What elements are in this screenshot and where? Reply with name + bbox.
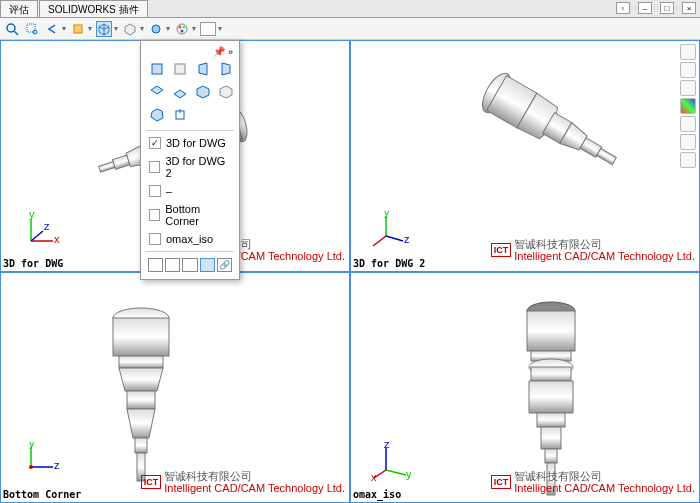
named-view-3d-for-dwg[interactable]: ✓3D for DWG bbox=[145, 134, 235, 152]
svg-marker-39 bbox=[119, 368, 163, 391]
chevron-down-icon[interactable]: ▾ bbox=[192, 24, 196, 33]
svg-point-9 bbox=[181, 29, 184, 32]
minimize-icon[interactable]: – bbox=[638, 2, 652, 14]
named-view-dash[interactable]: – bbox=[145, 182, 235, 200]
svg-line-22 bbox=[31, 231, 43, 241]
view-front-icon[interactable] bbox=[147, 59, 167, 79]
viewport-4[interactable]: zyx ICT智诚科技有限公司Intelligent CAD/CAM Techn… bbox=[350, 272, 700, 504]
sidebar-btn-6[interactable] bbox=[680, 134, 696, 150]
svg-line-34 bbox=[386, 236, 403, 241]
viewport-layout-2v[interactable] bbox=[182, 258, 197, 272]
checkbox-icon bbox=[149, 161, 160, 173]
svg-text:x: x bbox=[371, 471, 377, 482]
svg-text:y: y bbox=[29, 211, 35, 220]
sidebar-btn-1[interactable] bbox=[680, 44, 696, 60]
triad-icon: yxz bbox=[21, 211, 61, 251]
svg-line-61 bbox=[386, 470, 406, 475]
checkbox-icon bbox=[149, 185, 161, 197]
viewport-label: 3D for DWG bbox=[3, 258, 63, 269]
svg-rect-53 bbox=[531, 367, 571, 381]
section-view-icon[interactable] bbox=[70, 21, 86, 37]
close-icon[interactable]: × bbox=[682, 2, 696, 14]
sidebar-btn-7[interactable] bbox=[680, 152, 696, 168]
chevron-down-icon[interactable]: ▾ bbox=[88, 24, 92, 33]
zoom-fit-icon[interactable] bbox=[4, 21, 20, 37]
svg-marker-41 bbox=[127, 409, 155, 438]
view-right-icon[interactable] bbox=[216, 59, 236, 79]
view-toolbar: ▾ ▾ ▾ ▾ ▾ ▾ ▾ bbox=[0, 18, 700, 40]
view-iso-icon[interactable] bbox=[193, 82, 213, 102]
sidebar-btn-4[interactable] bbox=[680, 98, 696, 114]
chevron-down-icon[interactable]: ▾ bbox=[114, 24, 118, 33]
view-dimetric-icon[interactable] bbox=[216, 82, 236, 102]
part-model bbox=[451, 71, 631, 201]
svg-rect-38 bbox=[119, 356, 163, 368]
view-bottom-icon[interactable] bbox=[170, 82, 190, 102]
view-trimetric-icon[interactable] bbox=[147, 105, 167, 125]
apply-scene-icon[interactable] bbox=[200, 21, 216, 37]
expand-icon[interactable]: » bbox=[228, 47, 233, 57]
viewport-layout-4[interactable] bbox=[200, 258, 215, 272]
hide-show-icon[interactable] bbox=[148, 21, 164, 37]
checkbox-icon bbox=[149, 209, 160, 221]
viewport-label: Bottom Corner bbox=[3, 489, 81, 500]
svg-text:y: y bbox=[406, 468, 411, 480]
triad-icon: yz bbox=[371, 211, 411, 251]
sidebar-btn-2[interactable] bbox=[680, 62, 696, 78]
svg-line-33 bbox=[373, 236, 386, 246]
viewport-label: 3D for DWG 2 bbox=[353, 258, 425, 269]
named-view-omax-iso[interactable]: omax_iso bbox=[145, 230, 235, 248]
svg-point-8 bbox=[183, 25, 186, 28]
svg-rect-50 bbox=[527, 311, 575, 351]
view-normal-icon[interactable] bbox=[170, 105, 190, 125]
view-orientation-dropdown: 📌 » ✓3D for DWG 3D for DWG 2 – Bottom Co… bbox=[140, 40, 240, 280]
watermark-logo: ICT智诚科技有限公司Intelligent CAD/CAM Technolog… bbox=[491, 470, 695, 494]
svg-text:z: z bbox=[384, 442, 390, 450]
svg-rect-57 bbox=[545, 449, 557, 463]
chevron-down-icon[interactable]: ▾ bbox=[218, 24, 222, 33]
chevron-down-icon[interactable]: ▾ bbox=[140, 24, 144, 33]
svg-line-1 bbox=[14, 31, 18, 35]
viewport-2[interactable]: yz ICT智诚科技有限公司Intelligent CAD/CAM Techno… bbox=[350, 40, 700, 272]
named-view-3d-for-dwg-2[interactable]: 3D for DWG 2 bbox=[145, 152, 235, 182]
viewport-layout-single[interactable] bbox=[148, 258, 163, 272]
right-sidebar bbox=[680, 44, 698, 168]
display-style-icon[interactable] bbox=[122, 21, 138, 37]
svg-rect-4 bbox=[74, 25, 82, 33]
view-orient-icon[interactable] bbox=[96, 21, 112, 37]
view-left-icon[interactable] bbox=[193, 59, 213, 79]
svg-rect-17 bbox=[99, 162, 115, 172]
zoom-area-icon[interactable] bbox=[24, 21, 40, 37]
chevron-down-icon[interactable]: ▾ bbox=[62, 24, 66, 33]
viewport-link-icon[interactable]: 🔗 bbox=[217, 258, 232, 272]
svg-rect-56 bbox=[541, 427, 561, 449]
tab-solidworks-addins[interactable]: SOLIDWORKS 插件 bbox=[39, 0, 148, 17]
svg-rect-30 bbox=[597, 149, 617, 165]
checkbox-checked-icon: ✓ bbox=[149, 137, 161, 149]
chevron-down-icon[interactable]: ▾ bbox=[166, 24, 170, 33]
view-top-icon[interactable] bbox=[147, 82, 167, 102]
sidebar-btn-5[interactable] bbox=[680, 116, 696, 132]
restore-icon[interactable]: ▫ bbox=[616, 2, 630, 14]
checkbox-icon bbox=[149, 233, 161, 245]
svg-text:z: z bbox=[54, 459, 60, 471]
svg-rect-66 bbox=[175, 64, 185, 74]
svg-rect-37 bbox=[113, 318, 169, 356]
svg-text:z: z bbox=[44, 220, 50, 232]
viewport-3[interactable]: yz ICT智诚科技有限公司Intelligent CAD/CAM Techno… bbox=[0, 272, 350, 504]
viewport-label: omax_iso bbox=[353, 489, 401, 500]
tab-evaluate[interactable]: 评估 bbox=[0, 0, 38, 17]
sidebar-btn-3[interactable] bbox=[680, 80, 696, 96]
named-view-bottom-corner[interactable]: Bottom Corner bbox=[145, 200, 235, 230]
svg-text:z: z bbox=[404, 233, 410, 245]
view-back-icon[interactable] bbox=[170, 59, 190, 79]
svg-rect-42 bbox=[135, 438, 147, 453]
window-controls: ▫ – □ × bbox=[616, 2, 696, 14]
prev-view-icon[interactable] bbox=[44, 21, 60, 37]
svg-point-5 bbox=[152, 25, 160, 33]
pin-icon[interactable]: 📌 bbox=[213, 46, 225, 57]
edit-appearance-icon[interactable] bbox=[174, 21, 190, 37]
maximize-icon[interactable]: □ bbox=[660, 2, 674, 14]
viewport-layout-2h[interactable] bbox=[165, 258, 180, 272]
svg-text:x: x bbox=[54, 233, 60, 245]
